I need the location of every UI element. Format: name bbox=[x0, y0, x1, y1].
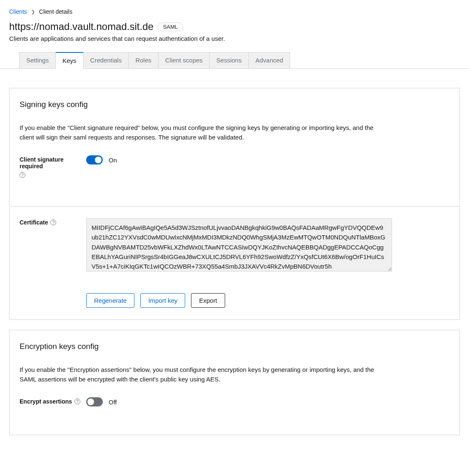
page-title: https://nomad.vault.nomad.sit.de bbox=[9, 21, 154, 32]
certificate-textarea[interactable] bbox=[86, 218, 392, 272]
breadcrumb: Clients ❯ Client details bbox=[9, 8, 460, 15]
client-signature-label-text: Client signature required bbox=[20, 156, 86, 169]
import-key-button[interactable]: Import key bbox=[140, 293, 185, 308]
signing-keys-panel: Signing keys config If you enable the "C… bbox=[9, 88, 460, 320]
tab-roles[interactable]: Roles bbox=[129, 52, 158, 68]
certificate-label: Certificate ? bbox=[20, 218, 86, 226]
encryption-keys-description: If you enable the "Encryption assertions… bbox=[20, 365, 386, 384]
regenerate-button[interactable]: Regenerate bbox=[86, 293, 134, 308]
export-button[interactable]: Export bbox=[191, 293, 225, 308]
tab-keys[interactable]: Keys bbox=[56, 52, 83, 68]
tab-sessions[interactable]: Sessions bbox=[210, 52, 249, 68]
encrypt-assertions-label: Encrypt assertions ? bbox=[20, 397, 86, 405]
encrypt-assertions-state: Off bbox=[109, 399, 117, 406]
encrypt-assertions-toggle[interactable] bbox=[86, 397, 103, 406]
help-icon[interactable]: ? bbox=[20, 172, 25, 178]
tab-credentials[interactable]: Credentials bbox=[84, 52, 129, 68]
chevron-right-icon: ❯ bbox=[31, 9, 35, 15]
signing-keys-title: Signing keys config bbox=[20, 100, 449, 109]
tab-client-scopes[interactable]: Client scopes bbox=[159, 52, 210, 68]
client-signature-state: On bbox=[109, 157, 117, 164]
breadcrumb-root-link[interactable]: Clients bbox=[9, 8, 27, 15]
tab-bar: Settings Keys Credentials Roles Client s… bbox=[0, 52, 469, 69]
encryption-keys-title: Encryption keys config bbox=[20, 342, 449, 351]
signing-keys-description: If you enable the "Client signature requ… bbox=[20, 123, 386, 142]
encrypt-assertions-label-text: Encrypt assertions bbox=[20, 398, 72, 405]
encryption-keys-panel: Encryption keys config If you enable the… bbox=[9, 330, 460, 435]
help-icon[interactable]: ? bbox=[74, 399, 80, 404]
page-header: https://nomad.vault.nomad.sit.de SAML bbox=[9, 21, 460, 32]
client-signature-label: Client signature required ? bbox=[20, 155, 86, 178]
breadcrumb-current: Client details bbox=[39, 8, 72, 15]
certificate-label-text: Certificate bbox=[20, 219, 48, 226]
client-signature-toggle[interactable] bbox=[86, 155, 103, 164]
page-description: Clients are applications and services th… bbox=[9, 35, 460, 42]
tab-settings[interactable]: Settings bbox=[19, 52, 56, 68]
help-icon[interactable]: ? bbox=[50, 219, 56, 225]
protocol-badge: SAML bbox=[158, 22, 183, 31]
tab-advanced[interactable]: Advanced bbox=[249, 52, 290, 68]
